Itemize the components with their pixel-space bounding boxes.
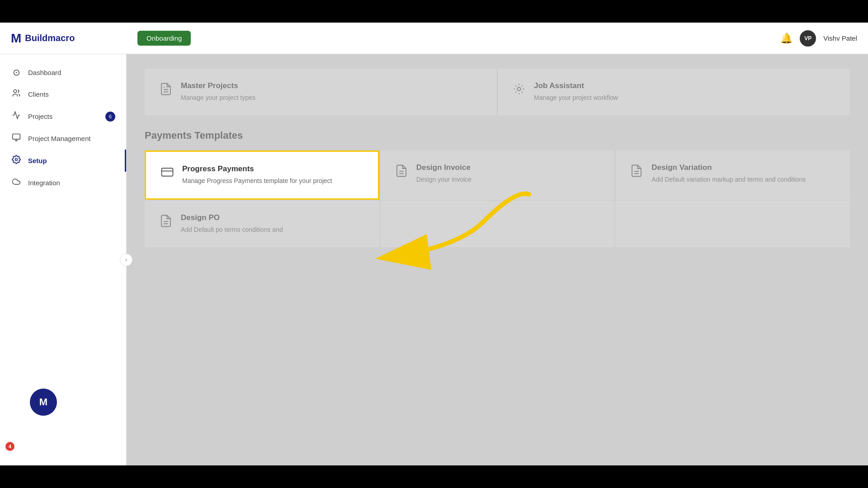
card-content-job-assistant: Job Assistant Manage your project workfl… (534, 81, 618, 103)
projects-badge: 6 (105, 112, 115, 122)
payment-section: Payments Templates Progress Payments Man… (145, 130, 850, 247)
empty-cell-2 (615, 201, 850, 247)
svg-line-13 (522, 92, 523, 93)
sidebar-collapse-button[interactable]: ‹ (120, 253, 132, 266)
payments-section-title: Payments Templates (145, 130, 850, 141)
svg-point-4 (15, 159, 18, 161)
sidebar: ⊙ Dashboard Clients Projects 6 (0, 54, 127, 465)
logo-area: M Buildmacro (11, 31, 137, 46)
progress-payments-icon (160, 165, 174, 182)
card-title-job-assistant: Job Assistant (534, 81, 618, 90)
logo-icon: M (11, 31, 21, 46)
design-po-icon (159, 214, 173, 231)
overlay (127, 54, 868, 465)
sidebar-item-setup[interactable]: Setup (0, 150, 126, 172)
projects-icon (11, 111, 22, 122)
integration-icon (11, 177, 22, 188)
card-content-progress-payments: Progress Payments Manage Progress Paymen… (182, 164, 332, 186)
empty-cell-1 (380, 201, 615, 247)
header-right: 🔔 VP Vishv Patel (780, 30, 857, 47)
svg-line-15 (522, 85, 523, 86)
card-content-design-po: Design PO Add Default po terms condition… (181, 213, 283, 235)
card-desc-job-assistant: Manage your project workflow (534, 93, 618, 103)
payment-cards-row1: Progress Payments Manage Progress Paymen… (145, 150, 850, 200)
card-design-invoice[interactable]: Design Invoice Design your invoice (380, 150, 615, 200)
card-title-design-invoice: Design Invoice (416, 163, 472, 172)
card-title-design-po: Design PO (181, 213, 283, 222)
card-desc-master-projects: Manage your project types (181, 93, 255, 103)
svg-line-12 (515, 85, 516, 86)
avatar: VP (800, 30, 816, 47)
master-projects-icon (159, 82, 173, 99)
sidebar-label-dashboard: Dashboard (28, 69, 61, 76)
card-desc-design-variation: Add Default variation markup and terms a… (651, 175, 806, 184)
card-desc-progress-payments: Manage Progress Payments template for yo… (182, 176, 332, 186)
svg-rect-16 (162, 168, 173, 176)
sidebar-label-integration: Integration (28, 179, 60, 187)
body-area: ⊙ Dashboard Clients Projects 6 (0, 54, 868, 465)
top-cards: Master Projects Manage your project type… (145, 69, 850, 115)
card-master-projects[interactable]: Master Projects Manage your project type… (145, 69, 497, 115)
card-desc-design-po: Add Default po terms conditions and (181, 225, 283, 235)
floating-icon: M (30, 389, 57, 416)
card-title-design-variation: Design Variation (651, 163, 806, 172)
card-content-design-variation: Design Variation Add Default variation m… (651, 163, 806, 184)
svg-point-0 (14, 90, 17, 93)
card-progress-payments[interactable]: Progress Payments Manage Progress Paymen… (145, 150, 379, 200)
svg-point-7 (517, 87, 521, 91)
sidebar-item-project-management[interactable]: Project Management (0, 127, 126, 150)
card-design-po[interactable]: Design PO Add Default po terms condition… (145, 201, 379, 247)
sidebar-label-projects: Projects (28, 113, 52, 120)
floating-badge: 4 (5, 442, 14, 451)
job-assistant-icon (512, 82, 526, 99)
clients-icon (11, 89, 22, 100)
main-content: Master Projects Manage your project type… (127, 54, 868, 465)
sidebar-item-integration[interactable]: Integration (0, 172, 126, 194)
card-title-progress-payments: Progress Payments (182, 164, 332, 174)
sidebar-item-dashboard[interactable]: ⊙ Dashboard (0, 61, 126, 83)
card-desc-design-invoice: Design your invoice (416, 175, 472, 184)
design-invoice-icon (395, 164, 408, 181)
sidebar-label-project-management: Project Management (28, 135, 90, 142)
svg-line-14 (515, 92, 516, 93)
card-content-master-projects: Master Projects Manage your project type… (181, 81, 255, 103)
dashboard-icon: ⊙ (11, 67, 22, 78)
logo-text: Buildmacro (25, 33, 75, 43)
notification-icon[interactable]: 🔔 (780, 33, 793, 44)
project-management-icon (11, 133, 22, 144)
card-content-design-invoice: Design Invoice Design your invoice (416, 163, 472, 184)
setup-icon (11, 155, 22, 166)
card-title-master-projects: Master Projects (181, 81, 255, 90)
card-job-assistant[interactable]: Job Assistant Manage your project workfl… (498, 69, 850, 115)
user-name: Vishv Patel (823, 34, 857, 42)
sidebar-item-projects[interactable]: Projects 6 (0, 105, 126, 127)
design-variation-icon (630, 164, 643, 181)
header: M Buildmacro Onboarding 🔔 VP Vishv Patel (0, 23, 868, 54)
onboarding-button[interactable]: Onboarding (137, 31, 191, 46)
sidebar-label-setup: Setup (28, 157, 47, 164)
payment-cards-row2: Design PO Add Default po terms condition… (145, 201, 850, 247)
svg-rect-1 (13, 134, 20, 140)
sidebar-label-clients: Clients (28, 90, 49, 98)
sidebar-item-clients[interactable]: Clients (0, 83, 126, 105)
card-design-variation[interactable]: Design Variation Add Default variation m… (615, 150, 850, 200)
